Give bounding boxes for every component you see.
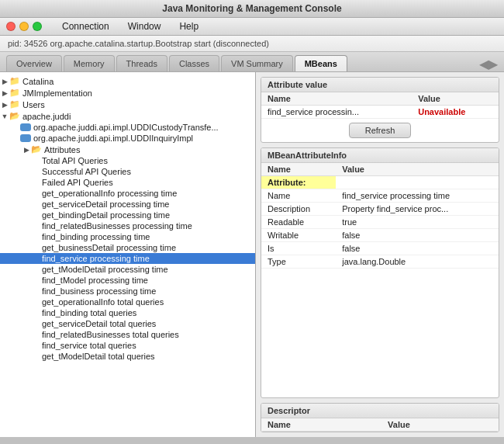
mbean-info-row-name: Type: [261, 255, 336, 269]
tree-node-icon: 📂: [31, 144, 42, 154]
mbean-info-row-value: Property find_service proc...: [336, 203, 499, 216]
tree-item[interactable]: ▶📂Attributes: [0, 144, 255, 155]
tree-item[interactable]: find_relatedBusinesses total queries: [0, 329, 255, 340]
zoom-button[interactable]: [33, 22, 42, 31]
descriptor-section: Descriptor Name Value: [261, 403, 499, 432]
descriptor-table: Name Value: [261, 418, 499, 432]
mbean-info-row-value: false: [336, 229, 499, 242]
tree-item[interactable]: get_serviceDetail total queries: [0, 318, 255, 329]
tree-item-label: get_businessDetail processing time: [42, 243, 176, 252]
tree-item[interactable]: find_binding total queries: [0, 307, 255, 318]
tree-item[interactable]: find_service processing time: [0, 253, 255, 264]
tree-item[interactable]: find_tModel processing time: [0, 275, 255, 286]
tree-item[interactable]: find_business processing time: [0, 286, 255, 297]
mbean-info-row-name: Name: [261, 189, 336, 203]
tree-item[interactable]: ▶📁JMImplementation: [0, 87, 255, 99]
tree-item-label: find_tModel processing time: [42, 276, 148, 285]
tree-item[interactable]: get_operationalInfo total queries: [0, 297, 255, 307]
tree-item[interactable]: ▶📁Users: [0, 99, 255, 110]
tree-item-label: find_service processing time: [42, 254, 150, 263]
tree-item-label: find_service total queries: [42, 341, 136, 350]
mbean-info-row: Readabletrue: [261, 216, 499, 229]
tree-item-label: Catalina: [22, 77, 54, 86]
tree-item[interactable]: org.apache.juddi.api.impl.UDDIInquiryImp…: [0, 133, 255, 144]
tab-mbeans[interactable]: MBeans: [295, 55, 347, 71]
tree-item-label: Total API Queries: [42, 156, 108, 165]
tree-item[interactable]: get_tModelDetail processing time: [0, 264, 255, 275]
tabs-bar: Overview Memory Threads Classes VM Summa…: [0, 52, 504, 72]
tree-item[interactable]: find_relatedBusinesses processing time: [0, 220, 255, 231]
mbean-info-row: Isfalse: [261, 242, 499, 255]
tree-node-icon: 📁: [9, 88, 20, 98]
tree-arrow-icon: ▶: [0, 78, 9, 85]
tree-item[interactable]: Total API Queries: [0, 155, 255, 166]
mbean-info-row: DescriptionProperty find_service proc...: [261, 203, 499, 216]
tree-item[interactable]: find_service total queries: [0, 340, 255, 351]
mbean-info-row-value: true: [336, 216, 499, 229]
tree-item-label: get_tModelDetail processing time: [42, 265, 168, 274]
tree-node-icon: 📂: [9, 111, 20, 121]
status-text: pid: 34526 org.apache.catalina.startup.B…: [8, 39, 269, 48]
tree-item[interactable]: get_tModelDetail total queries: [0, 351, 255, 362]
tree-arrow-icon: ▶: [0, 89, 9, 97]
tree-item-label: org.apache.juddi.api.impl.UDDICustodyTra…: [33, 123, 219, 132]
tree-node-icon: [20, 134, 31, 142]
nav-arrows[interactable]: ◀▶: [479, 57, 498, 71]
mbean-info-row-name: Is: [261, 242, 336, 255]
mbean-info-row-name: Description: [261, 203, 336, 216]
mbean-info-row-name: Readable: [261, 216, 336, 229]
menu-window[interactable]: Window: [125, 19, 164, 33]
tree-node-icon: 📁: [9, 76, 20, 86]
tree-item[interactable]: get_operationalInfo processing time: [0, 188, 255, 199]
menu-connection[interactable]: Connection: [59, 19, 112, 33]
tree-item[interactable]: org.apache.juddi.api.impl.UDDICustodyTra…: [0, 122, 255, 133]
close-button[interactable]: [6, 22, 16, 31]
tab-classes[interactable]: Classes: [169, 55, 219, 71]
unavailable-badge: Unavailable: [418, 107, 465, 116]
mbean-info-table: Name Value Attribute:Namefind_service pr…: [261, 163, 499, 269]
desc-col-value: Value: [381, 418, 499, 432]
tree-item-label: find_relatedBusinesses total queries: [42, 330, 179, 339]
attr-row-name: find_service processin...: [261, 106, 412, 119]
tree-item[interactable]: ▼📂apache.juddi: [0, 110, 255, 122]
minimize-button[interactable]: [19, 22, 29, 31]
refresh-button[interactable]: Refresh: [349, 123, 412, 138]
menu-bar: Connection Window Help: [0, 18, 504, 36]
tree-node-icon: 📁: [9, 99, 20, 109]
mbean-info-row-value: java.lang.Double: [336, 255, 499, 269]
tree-item[interactable]: get_bindingDetail processing time: [0, 210, 255, 220]
attr-row-value: Unavailable: [412, 106, 499, 119]
mbean-info-row-name: Writable: [261, 229, 336, 242]
mbean-info-row: Namefind_service processing time: [261, 189, 499, 203]
status-bar: pid: 34526 org.apache.catalina.startup.B…: [0, 36, 504, 52]
menu-help[interactable]: Help: [176, 19, 202, 33]
tree-panel[interactable]: ▶📁Catalina▶📁JMImplementation▶📁Users▼📂apa…: [0, 72, 256, 437]
tree-item-label: get_tModelDetail total queries: [42, 352, 155, 361]
mbean-info-section: MBeanAttributeInfo Name Value Attribute:…: [261, 147, 499, 398]
tree-item[interactable]: Failed API Queries: [0, 177, 255, 188]
mbean-info-row: Typejava.lang.Double: [261, 255, 499, 269]
tab-overview[interactable]: Overview: [6, 55, 62, 71]
traffic-lights: [6, 22, 42, 31]
tree-item-label: find_business processing time: [42, 286, 156, 296]
main-content: ▶📁Catalina▶📁JMImplementation▶📁Users▼📂apa…: [0, 72, 504, 437]
tab-vm-summary[interactable]: VM Summary: [221, 55, 293, 71]
tree-item[interactable]: find_binding processing time: [0, 231, 255, 242]
tree-item-label: get_operationalInfo processing time: [42, 189, 177, 198]
mbean-info-row-value: find_service processing time: [336, 189, 499, 203]
tree-item[interactable]: Successful API Queries: [0, 166, 255, 177]
tree-item-label: get_serviceDetail total queries: [42, 319, 156, 328]
attribute-value-table: Name Value find_service processin... Una…: [261, 92, 499, 119]
window-title: Java Monitoring & Management Console: [162, 3, 341, 14]
mbean-info-header: MBeanAttributeInfo: [261, 148, 499, 163]
tab-memory[interactable]: Memory: [64, 55, 115, 71]
tree-arrow-icon: ▶: [22, 146, 31, 154]
tree-item-label: get_bindingDetail processing time: [42, 210, 170, 220]
tree-item[interactable]: get_businessDetail processing time: [0, 242, 255, 253]
tree-arrow-icon: ▼: [0, 113, 9, 120]
tree-item[interactable]: get_serviceDetail processing time: [0, 199, 255, 210]
tree-item[interactable]: ▶📁Catalina: [0, 75, 255, 87]
tree-item-label: find_binding total queries: [42, 308, 136, 317]
right-panel: Attribute value Name Value find_service …: [256, 72, 504, 437]
tab-threads[interactable]: Threads: [116, 55, 167, 71]
